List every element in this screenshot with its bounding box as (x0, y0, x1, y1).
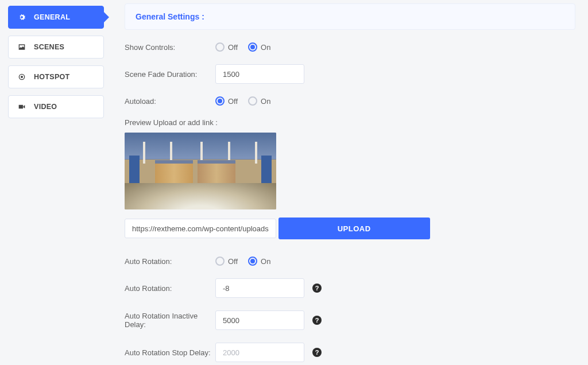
row-autoload: Autoload: Off On (125, 96, 575, 106)
row-auto-rotation-value: Auto Rotation: ? (125, 278, 575, 298)
autoload-off[interactable]: Off (215, 96, 238, 106)
video-icon (17, 102, 27, 112)
auto-rotation-inactive-input[interactable] (215, 310, 304, 330)
nav-label: HOTSPOT (34, 73, 70, 81)
nav-label: GENERAL (34, 13, 70, 21)
help-icon[interactable]: ? (312, 284, 322, 293)
preview-image[interactable] (125, 133, 276, 209)
nav-label: SCENES (34, 43, 64, 51)
show-controls-off[interactable]: Off (215, 42, 238, 52)
label-preview-upload: Preview Upload or add link : (125, 118, 575, 127)
label-show-controls: Show Controls: (125, 43, 215, 52)
row-show-controls: Show Controls: Off On (125, 42, 575, 52)
label-auto-rotation-stop: Auto Rotation Stop Delay: (125, 348, 215, 357)
gears-icon (17, 12, 27, 22)
label-autoload: Autoload: (125, 97, 215, 106)
panel-title: General Settings : (125, 3, 575, 30)
help-icon[interactable]: ? (312, 348, 322, 357)
auto-rotation-stop-input[interactable] (215, 343, 304, 362)
show-controls-on[interactable]: On (248, 42, 270, 52)
upload-url-input[interactable] (125, 219, 276, 238)
upload-button[interactable]: UPLOAD (278, 218, 430, 239)
row-scene-fade: Scene Fade Duration: (125, 64, 575, 84)
nav-video[interactable]: VIDEO (8, 95, 104, 118)
label-scene-fade: Scene Fade Duration: (125, 70, 215, 79)
svg-point-1 (21, 76, 23, 78)
auto-rotation-off[interactable]: Off (215, 257, 238, 266)
row-auto-rotation-stop: Auto Rotation Stop Delay: ? (125, 343, 575, 362)
row-auto-rotation-toggle: Auto Rotation: Off On (125, 257, 575, 266)
row-auto-rotation-inactive: Auto Rotation Inactive Delay: ? (125, 310, 575, 330)
nav-scenes[interactable]: SCENES (8, 36, 104, 59)
auto-rotation-input[interactable] (215, 278, 304, 298)
nav-label: VIDEO (34, 103, 57, 111)
target-icon (17, 72, 27, 82)
label-auto-rotation-inactive: Auto Rotation Inactive Delay: (125, 312, 215, 329)
label-auto-rotation-value: Auto Rotation: (125, 284, 215, 293)
nav-hotspot[interactable]: HOTSPOT (8, 65, 104, 88)
help-icon[interactable]: ? (312, 316, 322, 325)
main-panel: General Settings : Show Controls: Off On… (112, 0, 588, 365)
label-auto-rotation-toggle: Auto Rotation: (125, 257, 215, 266)
sidebar: GENERAL SCENES HOTSPOT VIDEO (0, 0, 112, 365)
auto-rotation-on[interactable]: On (248, 257, 270, 266)
scene-fade-input[interactable] (215, 64, 304, 84)
image-icon (17, 42, 27, 52)
nav-general[interactable]: GENERAL (8, 6, 104, 29)
autoload-on[interactable]: On (248, 96, 270, 106)
